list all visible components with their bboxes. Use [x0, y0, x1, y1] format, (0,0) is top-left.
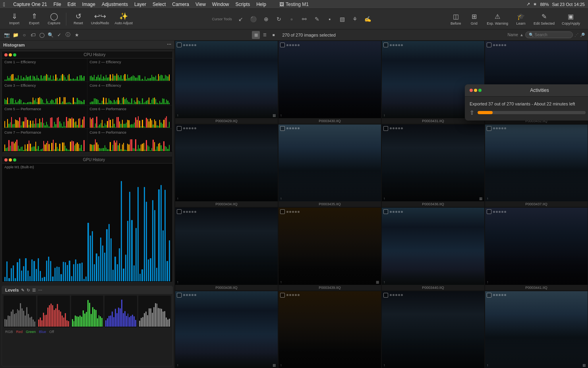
thumb-checkbox-9[interactable]	[280, 209, 285, 214]
filmstrip-view-button[interactable]: ■	[269, 31, 277, 39]
export-button[interactable]: ⇑ Export	[25, 11, 44, 27]
sub-icon-circle[interactable]: ○	[21, 31, 28, 39]
edit-selected-button[interactable]: ✎ Edit Selected	[530, 11, 558, 27]
histogram-menu-icon[interactable]: ⋯	[167, 42, 171, 47]
activities-minimize-dot[interactable]	[474, 89, 477, 92]
learn-button[interactable]: 🎓 Learn	[512, 11, 530, 27]
copy-apply-button[interactable]: ▣ Copy/Apply	[559, 11, 583, 27]
thumbnail-10[interactable]: ↑P0003440.IIQ	[381, 207, 485, 291]
menu-adjustments[interactable]: Adjustments	[102, 2, 128, 7]
activities-maximize-dot[interactable]	[478, 89, 482, 92]
grid-view-button[interactable]: ▦	[252, 31, 260, 39]
sub-icon-folder[interactable]: 📁	[12, 31, 19, 39]
undo-button[interactable]: ↩↪ Undo/Redo	[89, 11, 112, 27]
sub-icon-camera[interactable]: 📷	[3, 31, 10, 39]
levels-edit-icon[interactable]: ✎	[21, 288, 24, 292]
menu-scripts[interactable]: Scripts	[236, 2, 250, 7]
thumbnail-4[interactable]: ↑P0003434.IIQ	[175, 124, 278, 208]
menu-edit[interactable]: Edit	[68, 2, 76, 7]
thumb-checkbox-13[interactable]	[280, 293, 285, 298]
sub-icon-search2[interactable]: 🔍	[47, 31, 54, 39]
thumbnail-9[interactable]: ↑▦P0003439.IIQ	[278, 207, 381, 291]
menu-layer[interactable]: Layer	[134, 2, 146, 7]
close-dot[interactable]	[4, 53, 8, 56]
cursor-crop-tool[interactable]: ▫	[286, 14, 297, 25]
zoom-icon[interactable]: 🔎	[580, 33, 585, 37]
thumbnail-15[interactable]: ↑▦P0003445.IIQ	[485, 291, 588, 368]
sub-icon-capture[interactable]: ◯	[38, 31, 45, 39]
cpu-core-1: Core 1 — Efficiency	[2, 58, 87, 82]
menu-camera[interactable]: Camera	[172, 2, 189, 7]
thumbnail-5[interactable]: ↑P0003435.IIQ	[278, 124, 381, 208]
thumb-checkbox-1[interactable]	[280, 43, 285, 47]
reset-button[interactable]: ↺ Reset	[69, 11, 88, 27]
thumbnail-12[interactable]: ↑▦P0003442.IIQ	[175, 291, 278, 368]
gpu-close-dot[interactable]	[4, 158, 8, 162]
cursor-zoom-tool[interactable]: ⊕	[261, 14, 272, 25]
thumb-checkbox-5[interactable]	[280, 126, 285, 131]
list-view-button[interactable]: ☰	[261, 31, 269, 39]
capture-button[interactable]: ◯ Capture	[44, 11, 64, 27]
thumbnail-1[interactable]: ↑P0003430.IIQ	[278, 41, 381, 124]
activities-close-dot[interactable]	[470, 89, 473, 92]
minimize-dot[interactable]	[9, 53, 12, 56]
toolbar-left-group: ⇓ Import ⇑ Export ◯ Capture ↺ Reset ↩↪ U…	[5, 11, 135, 27]
apple-menu[interactable]: 	[3, 1, 5, 8]
cursor-heal-tool[interactable]: ⚯	[299, 14, 310, 25]
cursor-gradient-tool[interactable]: ▪	[324, 14, 335, 25]
sub-icon-info[interactable]: ⓘ	[64, 31, 72, 39]
cursor-annotate-tool[interactable]: ✍	[362, 14, 373, 25]
thumbnail-8[interactable]: ↑P0003438.IIQ	[175, 207, 278, 291]
expand-icon[interactable]: ⋰	[574, 33, 578, 37]
cursor-select-tool[interactable]: ↙	[235, 14, 246, 25]
cursor-hand-tool[interactable]: ⚫	[248, 14, 259, 25]
sub-icon-tag[interactable]: 🏷	[29, 31, 37, 39]
gpu-minimize-dot[interactable]	[9, 158, 12, 162]
menu-file[interactable]: File	[54, 2, 61, 7]
cursor-brush-tool[interactable]: ✎	[311, 14, 323, 25]
cursor-eraser-tool[interactable]: ▧	[337, 14, 348, 25]
thumb-checkbox-3[interactable]	[487, 43, 491, 47]
levels-menu-icon[interactable]: ⋯	[38, 288, 42, 292]
sub-icon-check[interactable]: ✓	[56, 31, 63, 39]
thumbnail-13[interactable]: ↑P0003443.IIQ	[278, 291, 381, 368]
import-button[interactable]: ⇓ Import	[5, 11, 24, 27]
menu-help[interactable]: Help	[256, 2, 266, 7]
menu-select[interactable]: Select	[153, 2, 166, 7]
thumb-checkbox-10[interactable]	[383, 209, 388, 214]
gpu-maximize-dot[interactable]	[13, 158, 16, 162]
menu-window[interactable]: Window	[212, 2, 229, 7]
thumb-checkbox-12[interactable]	[177, 293, 182, 298]
menu-view[interactable]: View	[195, 2, 206, 7]
menu-app[interactable]: Capture One 21	[13, 2, 47, 7]
auto-adjust-button[interactable]: ✨ Auto Adjust	[112, 11, 135, 27]
menu-image[interactable]: Image	[82, 2, 95, 7]
thumb-checkbox-2[interactable]	[383, 43, 388, 47]
thumbnail-14[interactable]: ↑P0003444.IIQ	[381, 291, 485, 368]
search-input[interactable]	[535, 33, 567, 37]
cpu-core-3-chart	[4, 88, 85, 104]
thumb-checkbox-14[interactable]	[383, 293, 388, 298]
thumb-checkbox-15[interactable]	[487, 293, 491, 298]
maximize-dot[interactable]	[13, 53, 16, 56]
thumbnail-0[interactable]: ↑▦P0003429.IIQ	[175, 41, 278, 124]
thumb-checkbox-6[interactable]	[383, 126, 388, 131]
thumb-checkbox-11[interactable]	[487, 209, 491, 214]
levels-reset-icon[interactable]: ↻	[27, 288, 30, 292]
before-button[interactable]: ◫ Before	[447, 11, 464, 27]
sub-icon-star[interactable]: ★	[73, 31, 80, 39]
cpu-core-7-label: Core 7 — Performance	[4, 130, 85, 134]
thumb-checkbox-0[interactable]	[177, 43, 182, 47]
thumbnail-7[interactable]: ↑P0003437.IIQ	[485, 124, 588, 208]
cursor-rotate-tool[interactable]: ↻	[273, 14, 284, 25]
exp-warning-button[interactable]: ⚠ Exp. Warning	[484, 11, 511, 27]
grid-button[interactable]: ⊞ Grid	[465, 11, 483, 27]
levels-list-icon[interactable]: ☰	[32, 288, 36, 292]
cpu-core-4: Core 4 — Efficiency	[87, 82, 173, 105]
thumbnail-11[interactable]: ↑P0003441.IIQ	[485, 207, 588, 291]
thumb-checkbox-7[interactable]	[487, 126, 491, 131]
cursor-eyedropper-tool[interactable]: ⚘	[350, 14, 361, 25]
thumbnail-6[interactable]: ↑▦P0003436.IIQ	[381, 124, 485, 208]
thumb-checkbox-4[interactable]	[177, 126, 182, 131]
thumb-checkbox-8[interactable]	[177, 209, 182, 214]
